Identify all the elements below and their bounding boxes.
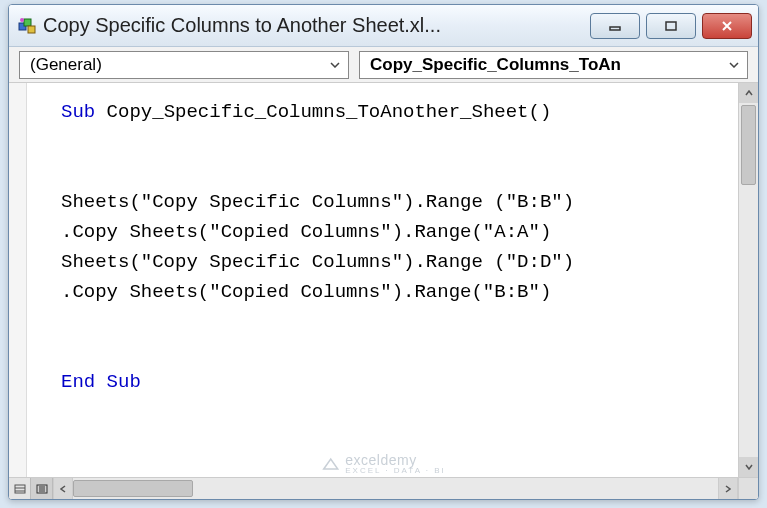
object-dropdown-value: (General) (30, 55, 328, 75)
horizontal-scroll-track[interactable] (73, 478, 718, 499)
dropdown-bar: (General) Copy_Specific_Columns_ToAn (9, 47, 758, 83)
svg-rect-1 (24, 19, 31, 26)
procedure-dropdown-value: Copy_Specific_Columns_ToAn (370, 55, 727, 75)
keyword-sub: Sub (61, 101, 95, 123)
margin-gutter (9, 83, 27, 477)
code-area: Sub Copy_Specific_Columns_ToAnother_Shee… (9, 83, 758, 477)
maximize-icon (664, 20, 678, 32)
chevron-down-icon (745, 464, 753, 470)
full-module-view-icon (36, 484, 48, 494)
svg-rect-5 (666, 22, 676, 30)
sub-name: Copy_Specific_Columns_ToAnother_Sheet() (95, 101, 551, 123)
scroll-up-button[interactable] (739, 83, 758, 103)
minimize-icon (608, 20, 622, 32)
chevron-left-icon (60, 485, 66, 493)
full-module-view-button[interactable] (31, 478, 53, 499)
procedure-view-button[interactable] (9, 478, 31, 499)
chevron-down-icon (328, 58, 342, 72)
object-dropdown[interactable]: (General) (19, 51, 349, 79)
close-icon (720, 20, 734, 32)
horizontal-scrollbar[interactable] (53, 478, 738, 499)
code-line: Sheets("Copy Specific Columns").Range ("… (61, 251, 574, 273)
code-line: .Copy Sheets("Copied Columns").Range("A:… (61, 221, 551, 243)
keyword-end-sub: End Sub (61, 371, 141, 393)
code-line: .Copy Sheets("Copied Columns").Range("B:… (61, 281, 551, 303)
svg-rect-4 (610, 27, 620, 30)
scroll-left-button[interactable] (53, 478, 73, 499)
window-title: Copy Specific Columns to Another Sheet.x… (43, 14, 590, 37)
maximize-button[interactable] (646, 13, 696, 39)
svg-rect-2 (28, 26, 35, 33)
chevron-down-icon (727, 58, 741, 72)
window-controls (590, 13, 752, 39)
scroll-down-button[interactable] (739, 457, 758, 477)
bottom-bar (9, 477, 758, 499)
close-button[interactable] (702, 13, 752, 39)
minimize-button[interactable] (590, 13, 640, 39)
titlebar[interactable]: Copy Specific Columns to Another Sheet.x… (9, 5, 758, 47)
scroll-right-button[interactable] (718, 478, 738, 499)
vertical-scrollbar[interactable] (738, 83, 758, 477)
vba-code-window: Copy Specific Columns to Another Sheet.x… (8, 4, 759, 500)
code-line: Sheets("Copy Specific Columns").Range ("… (61, 191, 574, 213)
size-grip[interactable] (738, 478, 758, 499)
svg-rect-6 (15, 485, 25, 493)
chevron-up-icon (745, 90, 753, 96)
chevron-right-icon (725, 485, 731, 493)
svg-point-3 (20, 18, 24, 22)
procedure-dropdown[interactable]: Copy_Specific_Columns_ToAn (359, 51, 748, 79)
vertical-scroll-thumb[interactable] (741, 105, 756, 185)
app-icon (17, 16, 37, 36)
procedure-view-icon (14, 484, 26, 494)
code-editor[interactable]: Sub Copy_Specific_Columns_ToAnother_Shee… (27, 83, 738, 477)
horizontal-scroll-thumb[interactable] (73, 480, 193, 497)
